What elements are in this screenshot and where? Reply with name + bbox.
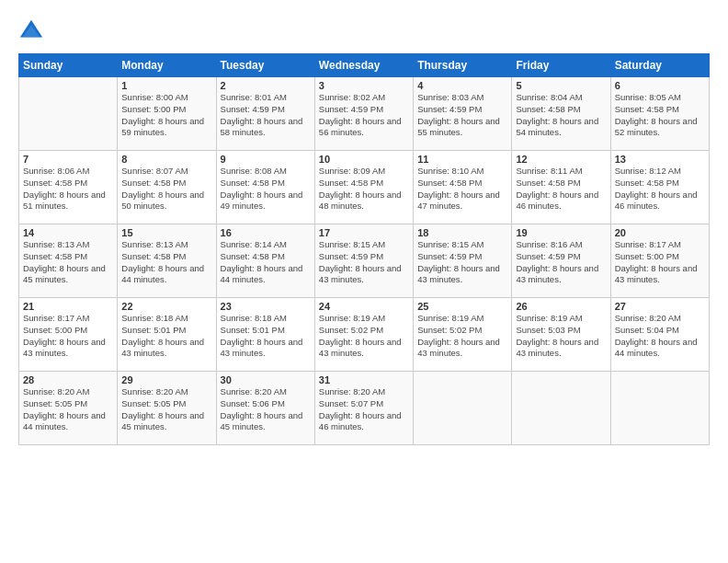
- calendar-cell: 6 Sunrise: 8:05 AMSunset: 4:58 PMDayligh…: [610, 77, 709, 151]
- day-number: 25: [417, 301, 507, 312]
- calendar-cell: 31 Sunrise: 8:20 AMSunset: 5:07 PMDaylig…: [314, 372, 413, 445]
- calendar-cell: 29 Sunrise: 8:20 AMSunset: 5:05 PMDaylig…: [118, 372, 216, 445]
- calendar-week-2: 7 Sunrise: 8:06 AMSunset: 4:58 PMDayligh…: [19, 151, 710, 224]
- day-number: 17: [319, 227, 409, 238]
- calendar-cell: [610, 372, 709, 445]
- day-number: 24: [319, 301, 409, 312]
- day-info: Sunrise: 8:03 AMSunset: 4:59 PMDaylight:…: [417, 92, 507, 139]
- day-info: Sunrise: 8:17 AMSunset: 5:00 PMDaylight:…: [23, 313, 113, 360]
- day-number: 14: [23, 227, 113, 238]
- calendar-cell: 17 Sunrise: 8:15 AMSunset: 4:59 PMDaylig…: [314, 224, 413, 298]
- weekday-header-sunday: Sunday: [19, 54, 118, 77]
- day-info: Sunrise: 8:19 AMSunset: 5:02 PMDaylight:…: [319, 313, 409, 360]
- day-number: 6: [615, 80, 705, 91]
- day-number: 3: [319, 80, 409, 91]
- day-number: 29: [121, 374, 211, 385]
- day-number: 31: [319, 374, 409, 385]
- calendar-cell: 16 Sunrise: 8:14 AMSunset: 4:58 PMDaylig…: [216, 224, 314, 298]
- day-number: 19: [516, 227, 606, 238]
- calendar-cell: 9 Sunrise: 8:08 AMSunset: 4:58 PMDayligh…: [216, 151, 314, 224]
- day-info: Sunrise: 8:20 AMSunset: 5:04 PMDaylight:…: [615, 313, 705, 360]
- calendar-cell: 10 Sunrise: 8:09 AMSunset: 4:58 PMDaylig…: [314, 151, 413, 224]
- day-info: Sunrise: 8:16 AMSunset: 4:59 PMDaylight:…: [516, 239, 606, 286]
- calendar-cell: 27 Sunrise: 8:20 AMSunset: 5:04 PMDaylig…: [610, 298, 709, 372]
- day-info: Sunrise: 8:00 AMSunset: 5:00 PMDaylight:…: [121, 92, 211, 139]
- day-info: Sunrise: 8:20 AMSunset: 5:06 PMDaylight:…: [221, 386, 311, 433]
- calendar-cell: [19, 77, 118, 151]
- day-number: 5: [516, 80, 606, 91]
- day-info: Sunrise: 8:12 AMSunset: 4:58 PMDaylight:…: [615, 166, 705, 213]
- day-info: Sunrise: 8:04 AMSunset: 4:58 PMDaylight:…: [516, 92, 606, 139]
- day-info: Sunrise: 8:19 AMSunset: 5:03 PMDaylight:…: [516, 313, 606, 360]
- day-number: 9: [221, 154, 311, 165]
- calendar-cell: 14 Sunrise: 8:13 AMSunset: 4:58 PMDaylig…: [19, 224, 118, 298]
- day-number: 12: [516, 154, 606, 165]
- day-info: Sunrise: 8:10 AMSunset: 4:58 PMDaylight:…: [417, 166, 507, 213]
- day-info: Sunrise: 8:20 AMSunset: 5:05 PMDaylight:…: [121, 386, 211, 433]
- calendar-cell: 25 Sunrise: 8:19 AMSunset: 5:02 PMDaylig…: [414, 298, 512, 372]
- day-info: Sunrise: 8:20 AMSunset: 5:05 PMDaylight:…: [23, 386, 113, 433]
- weekday-header-wednesday: Wednesday: [314, 54, 413, 77]
- day-number: 21: [23, 301, 113, 312]
- day-number: 30: [221, 374, 311, 385]
- weekday-header-friday: Friday: [512, 54, 610, 77]
- calendar-cell: [512, 372, 610, 445]
- day-number: 10: [319, 154, 409, 165]
- day-number: 22: [121, 301, 211, 312]
- day-number: 13: [615, 154, 705, 165]
- day-info: Sunrise: 8:08 AMSunset: 4:58 PMDaylight:…: [221, 166, 311, 213]
- calendar-cell: 15 Sunrise: 8:13 AMSunset: 4:58 PMDaylig…: [118, 224, 216, 298]
- day-number: 27: [615, 301, 705, 312]
- day-info: Sunrise: 8:06 AMSunset: 4:58 PMDaylight:…: [23, 166, 113, 213]
- calendar-cell: 21 Sunrise: 8:17 AMSunset: 5:00 PMDaylig…: [19, 298, 118, 372]
- calendar-cell: 18 Sunrise: 8:15 AMSunset: 4:59 PMDaylig…: [414, 224, 512, 298]
- day-number: 11: [417, 154, 507, 165]
- day-info: Sunrise: 8:13 AMSunset: 4:58 PMDaylight:…: [121, 239, 211, 286]
- calendar-cell: 5 Sunrise: 8:04 AMSunset: 4:58 PMDayligh…: [512, 77, 610, 151]
- day-number: 1: [121, 80, 211, 91]
- calendar-cell: 8 Sunrise: 8:07 AMSunset: 4:58 PMDayligh…: [118, 151, 216, 224]
- day-info: Sunrise: 8:19 AMSunset: 5:02 PMDaylight:…: [417, 313, 507, 360]
- calendar-cell: [414, 372, 512, 445]
- day-number: 20: [615, 227, 705, 238]
- day-number: 18: [417, 227, 507, 238]
- day-number: 16: [221, 227, 311, 238]
- day-info: Sunrise: 8:05 AMSunset: 4:58 PMDaylight:…: [615, 92, 705, 139]
- weekday-header-row: SundayMondayTuesdayWednesdayThursdayFrid…: [19, 54, 710, 77]
- calendar-week-5: 28 Sunrise: 8:20 AMSunset: 5:05 PMDaylig…: [19, 372, 710, 445]
- day-number: 26: [516, 301, 606, 312]
- calendar-cell: 19 Sunrise: 8:16 AMSunset: 4:59 PMDaylig…: [512, 224, 610, 298]
- logo-icon: [18, 18, 44, 44]
- calendar-cell: 11 Sunrise: 8:10 AMSunset: 4:58 PMDaylig…: [414, 151, 512, 224]
- calendar-cell: 22 Sunrise: 8:18 AMSunset: 5:01 PMDaylig…: [118, 298, 216, 372]
- calendar-week-1: 1 Sunrise: 8:00 AMSunset: 5:00 PMDayligh…: [19, 77, 710, 151]
- weekday-header-thursday: Thursday: [414, 54, 512, 77]
- calendar-cell: 23 Sunrise: 8:18 AMSunset: 5:01 PMDaylig…: [216, 298, 314, 372]
- day-info: Sunrise: 8:01 AMSunset: 4:59 PMDaylight:…: [221, 92, 311, 139]
- day-number: 2: [221, 80, 311, 91]
- day-number: 28: [23, 374, 113, 385]
- day-info: Sunrise: 8:11 AMSunset: 4:58 PMDaylight:…: [516, 166, 606, 213]
- weekday-header-monday: Monday: [118, 54, 216, 77]
- calendar-cell: 20 Sunrise: 8:17 AMSunset: 5:00 PMDaylig…: [610, 224, 709, 298]
- day-info: Sunrise: 8:17 AMSunset: 5:00 PMDaylight:…: [615, 239, 705, 286]
- calendar-cell: 7 Sunrise: 8:06 AMSunset: 4:58 PMDayligh…: [19, 151, 118, 224]
- day-info: Sunrise: 8:15 AMSunset: 4:59 PMDaylight:…: [417, 239, 507, 286]
- calendar-cell: 12 Sunrise: 8:11 AMSunset: 4:58 PMDaylig…: [512, 151, 610, 224]
- calendar-cell: 4 Sunrise: 8:03 AMSunset: 4:59 PMDayligh…: [414, 77, 512, 151]
- day-number: 7: [23, 154, 113, 165]
- weekday-header-saturday: Saturday: [610, 54, 709, 77]
- page-header: [18, 18, 710, 44]
- day-number: 23: [221, 301, 311, 312]
- day-number: 15: [121, 227, 211, 238]
- calendar-table: SundayMondayTuesdayWednesdayThursdayFrid…: [18, 53, 710, 445]
- day-info: Sunrise: 8:07 AMSunset: 4:58 PMDaylight:…: [121, 166, 211, 213]
- calendar-cell: 2 Sunrise: 8:01 AMSunset: 4:59 PMDayligh…: [216, 77, 314, 151]
- weekday-header-tuesday: Tuesday: [216, 54, 314, 77]
- day-info: Sunrise: 8:18 AMSunset: 5:01 PMDaylight:…: [221, 313, 311, 360]
- day-number: 4: [417, 80, 507, 91]
- day-info: Sunrise: 8:18 AMSunset: 5:01 PMDaylight:…: [121, 313, 211, 360]
- calendar-week-4: 21 Sunrise: 8:17 AMSunset: 5:00 PMDaylig…: [19, 298, 710, 372]
- calendar-cell: 13 Sunrise: 8:12 AMSunset: 4:58 PMDaylig…: [610, 151, 709, 224]
- day-info: Sunrise: 8:20 AMSunset: 5:07 PMDaylight:…: [319, 386, 409, 433]
